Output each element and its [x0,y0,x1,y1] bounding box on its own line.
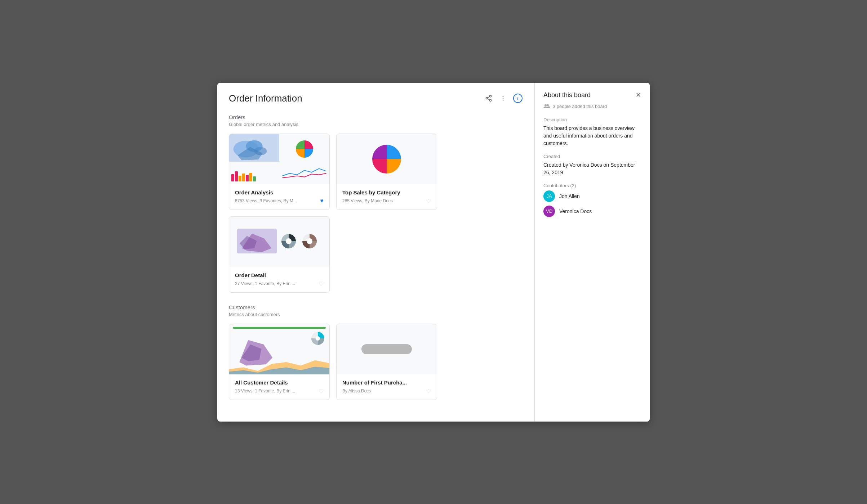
favorite-icon-all-customer[interactable]: ♡ [319,388,324,395]
svg-point-22 [316,336,320,341]
description-label: Description [543,117,641,122]
app-window: Order Information i [217,83,650,422]
orders-cards-grid: Order Analysis 8753 Views, 3 Favorites, … [229,134,523,293]
card-meta-order-detail: 27 Views, 1 Favorite, By Erin ... ♡ [235,280,324,287]
created-section: Created Created by Veronica Docs on Sept… [543,154,641,176]
description-text: This board provides a business overview … [543,125,641,147]
contributor-name-veronica: Veronica Docs [559,208,592,214]
card-order-analysis[interactable]: Order Analysis 8753 Views, 3 Favorites, … [229,134,330,210]
more-icon[interactable] [499,94,507,103]
svg-point-25 [544,104,547,106]
customers-section-title: Customers [229,304,523,310]
card-body-order-detail: Order Detail 27 Views, 1 Favorite, By Er… [229,267,329,292]
header-actions: i [484,94,523,103]
favorite-icon-first-purchase[interactable]: ♡ [426,388,431,395]
side-panel: About this board ✕ 3 people added this b… [534,83,650,422]
side-panel-header: About this board ✕ [543,91,641,99]
card-meta-order-analysis: 8753 Views, 3 Favorites, By M... ♥ [235,198,324,204]
favorite-icon-order-analysis[interactable]: ♥ [320,198,324,204]
contributors-label: Contributors (2) [543,183,641,188]
avatar-veronica-docs: VD [543,206,555,217]
contributor-name-jon: Jon Allen [559,193,580,199]
card-top-sales[interactable]: Top Sales by Category 285 Views, By Mari… [336,134,437,210]
card-title-order-detail: Order Detail [235,272,324,278]
card-title-top-sales: Top Sales by Category [342,189,431,195]
card-body-top-sales: Top Sales by Category 285 Views, By Mari… [337,184,437,210]
card-order-detail[interactable]: Order Detail 27 Views, 1 Favorite, By Er… [229,216,330,293]
card-first-purchase[interactable]: Number of First Purcha... By Alissa Docs… [336,324,437,400]
main-content: Order Information i [217,83,534,422]
customers-section: Customers Metrics about customers [229,304,523,400]
info-icon[interactable]: i [513,94,523,103]
favorite-icon-top-sales[interactable]: ♡ [426,198,431,204]
page-header: Order Information i [229,93,523,104]
card-title-first-purchase: Number of First Purcha... [342,379,431,386]
card-body-first-purchase: Number of First Purcha... By Alissa Docs… [337,374,437,400]
contributors-section: Contributors (2) JA Jon Allen VD Veronic… [543,183,641,217]
orders-section: Orders Global order metrics and analysis [229,114,523,293]
page-title: Order Information [229,93,302,104]
orders-section-subtitle: Global order metrics and analysis [229,122,523,127]
card-meta-first-purchase: By Alissa Docs ♡ [342,388,431,395]
card-thumbnail-order-analysis [229,134,329,184]
contributor-row-ja: JA Jon Allen [543,190,641,202]
favorite-icon-order-detail[interactable]: ♡ [319,280,324,287]
description-section: Description This board provides a busine… [543,117,641,147]
svg-point-26 [547,104,549,106]
card-body-all-customer: All Customer Details 13 Views, 1 Favorit… [229,374,329,400]
people-row: 3 people added this board [543,103,641,110]
avatar-jon-allen: JA [543,190,555,202]
contributor-row-vd: VD Veronica Docs [543,206,641,217]
card-title-all-customer: All Customer Details [235,379,324,386]
svg-point-5 [503,96,504,97]
svg-line-4 [488,96,490,98]
card-meta-top-sales: 285 Views, By Marie Docs ♡ [342,198,431,204]
card-thumbnail-all-customer [229,324,329,374]
customers-cards-grid: All Customer Details 13 Views, 1 Favorit… [229,324,523,400]
share-icon[interactable] [484,94,493,103]
customers-section-subtitle: Metrics about customers [229,312,523,317]
svg-point-16 [286,238,292,244]
card-meta-all-customer: 13 Views, 1 Favorite, By Erin ... ♡ [235,388,324,395]
side-panel-title: About this board [543,91,591,99]
card-thumbnail-top-sales [337,134,437,184]
svg-point-7 [503,100,504,101]
card-thumbnail-first-purchase [337,324,437,374]
card-title-order-analysis: Order Analysis [235,189,324,195]
people-icon [543,103,550,110]
orders-section-title: Orders [229,114,523,120]
svg-point-6 [503,98,504,99]
svg-line-3 [488,99,490,100]
card-body-order-analysis: Order Analysis 8753 Views, 3 Favorites, … [229,184,329,209]
created-text: Created by Veronica Docs on September 26… [543,161,641,176]
close-panel-button[interactable]: ✕ [636,92,641,98]
svg-point-18 [307,238,312,244]
card-all-customer[interactable]: All Customer Details 13 Views, 1 Favorit… [229,324,330,400]
created-label: Created [543,154,641,159]
card-thumbnail-order-detail [229,217,329,267]
